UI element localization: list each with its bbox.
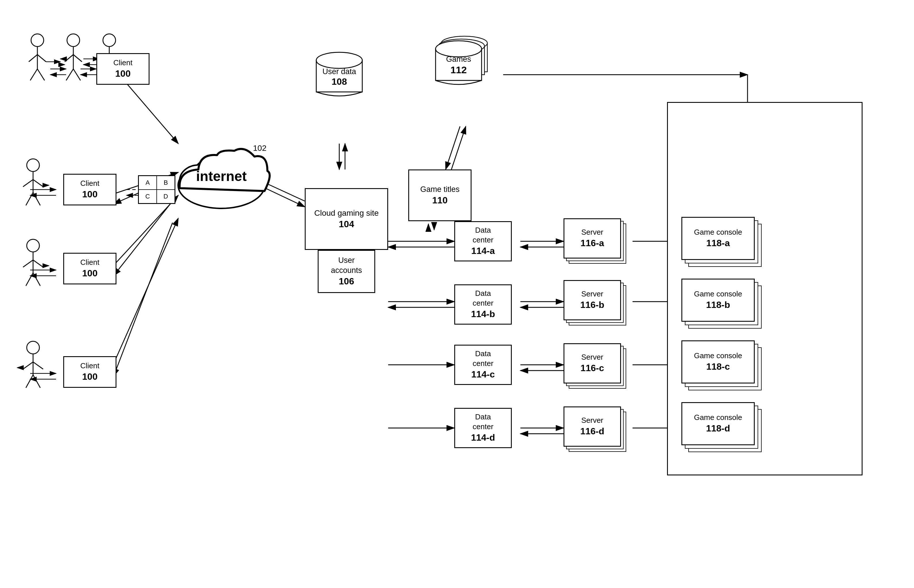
internet-num-label: 102 [253, 144, 267, 153]
client-top-num: 100 [115, 68, 131, 80]
svg-line-8 [113, 201, 172, 276]
server-c-box: Server 116-c [564, 343, 621, 383]
svg-line-10 [113, 223, 172, 376]
svg-point-109 [316, 52, 362, 68]
client-mid-num: 100 [82, 189, 97, 200]
game-console-d-box: Game console 118-d [681, 402, 755, 445]
games-cylinder: Games 112 [426, 29, 500, 103]
svg-text:Games: Games [446, 55, 471, 63]
game-console-d-num: 118-d [706, 423, 730, 435]
svg-text:112: 112 [451, 65, 467, 75]
svg-text:User data: User data [322, 67, 356, 76]
data-center-c-num: 114-c [471, 368, 495, 381]
svg-line-65 [73, 69, 81, 81]
server-d-num: 116-d [580, 425, 604, 438]
svg-line-63 [73, 55, 82, 62]
svg-point-83 [27, 239, 39, 252]
svg-line-92 [33, 362, 43, 369]
game-console-c-box: Game console 118-c [681, 340, 755, 383]
svg-line-56 [37, 55, 46, 62]
data-center-a-num: 114-a [471, 245, 495, 257]
svg-point-68 [103, 34, 115, 47]
game-console-a-container: Game console 118-a [681, 217, 760, 266]
data-center-b-box: Datacenter 114-b [454, 284, 512, 325]
server-b-box: Server 116-b [564, 280, 621, 320]
svg-line-58 [37, 69, 45, 81]
svg-line-9 [109, 218, 178, 373]
svg-line-94 [26, 375, 33, 388]
internet-cloud: internet [170, 128, 273, 220]
client-lower-mid-num: 100 [82, 267, 97, 279]
data-center-c-box: Datacenter 114-c [454, 345, 512, 385]
server-d-box: Server 116-d [564, 407, 621, 447]
game-console-d-container: Game console 118-d [681, 402, 760, 451]
server-b-container: Server 116-b [564, 280, 624, 325]
svg-line-62 [65, 55, 73, 62]
svg-line-79 [33, 179, 43, 187]
stick-figure-mid-upper [16, 155, 50, 213]
stick-figure-lower-mid [16, 236, 50, 293]
client-box-mid: Client 100 [63, 174, 117, 205]
client-box-lower-mid: Client 100 [63, 253, 117, 284]
svg-line-95 [33, 375, 40, 388]
user-accounts-label: Useraccounts [331, 255, 362, 275]
game-titles-label: Game titles [420, 184, 460, 194]
game-titles-num: 110 [432, 194, 447, 207]
data-center-b-num: 114-b [471, 308, 495, 320]
game-console-a-num: 118-a [707, 237, 730, 249]
stick-figure-bottom [16, 338, 50, 395]
server-d-container: Server 116-d [564, 407, 624, 451]
server-c-num: 116-c [580, 362, 604, 374]
svg-point-90 [27, 341, 39, 354]
server-b-num: 116-b [580, 299, 604, 311]
svg-text:internet: internet [196, 169, 247, 184]
data-center-d-num: 114-d [471, 432, 495, 444]
svg-line-64 [66, 69, 73, 81]
svg-line-93 [23, 362, 33, 369]
svg-line-55 [29, 55, 37, 62]
grid-cell-a: A [139, 176, 157, 190]
game-titles-box: Game titles 110 [408, 170, 472, 221]
server-a-container: Server 116-a [564, 218, 624, 263]
svg-text:108: 108 [332, 76, 347, 87]
cloud-gaming-site-label: Cloud gaming site [314, 208, 379, 218]
data-center-d-box: Datacenter 114-d [454, 408, 512, 448]
game-console-b-box: Game console 118-b [681, 279, 755, 322]
svg-line-7 [109, 195, 178, 270]
svg-line-80 [26, 192, 33, 205]
svg-line-88 [33, 273, 40, 286]
svg-line-19 [446, 126, 460, 170]
game-console-c-num: 118-c [707, 361, 730, 373]
client-mid-label: Client [80, 179, 99, 189]
client-bottom-label: Client [80, 361, 99, 371]
user-data-cylinder: User data 108 [311, 43, 368, 106]
svg-line-57 [30, 69, 37, 81]
user-accounts-box: Useraccounts 106 [318, 250, 375, 293]
cloud-gaming-site-num: 104 [339, 218, 354, 230]
cloud-gaming-site-box: Cloud gaming site 104 [305, 188, 388, 250]
client-lower-mid-label: Client [80, 258, 99, 267]
svg-line-86 [33, 260, 43, 267]
game-console-b-num: 118-b [706, 299, 730, 311]
game-console-b-container: Game console 118-b [681, 279, 760, 328]
svg-point-53 [31, 34, 44, 47]
svg-line-87 [26, 273, 33, 286]
client-box-top: Client 100 [96, 53, 149, 85]
game-console-a-box: Game console 118-a [681, 217, 755, 260]
grid-cell-c: C [139, 190, 157, 204]
svg-line-78 [23, 179, 33, 187]
client-bottom-num: 100 [82, 371, 97, 383]
user-accounts-num: 106 [339, 275, 354, 288]
game-console-c-container: Game console 118-c [681, 340, 760, 389]
svg-point-76 [27, 159, 39, 171]
server-c-container: Server 116-c [564, 343, 624, 388]
server-a-num: 116-a [580, 237, 604, 249]
client-top-label: Client [113, 58, 132, 68]
svg-point-60 [67, 34, 79, 47]
diagram: Client 100 Client 100 Client 100 Client … [0, 0, 914, 588]
server-a-box: Server 116-a [564, 218, 621, 258]
client-box-bottom: Client 100 [63, 356, 117, 388]
svg-point-117 [436, 41, 481, 57]
svg-line-81 [33, 192, 40, 205]
data-center-a-box: Datacenter 114-a [454, 221, 512, 262]
